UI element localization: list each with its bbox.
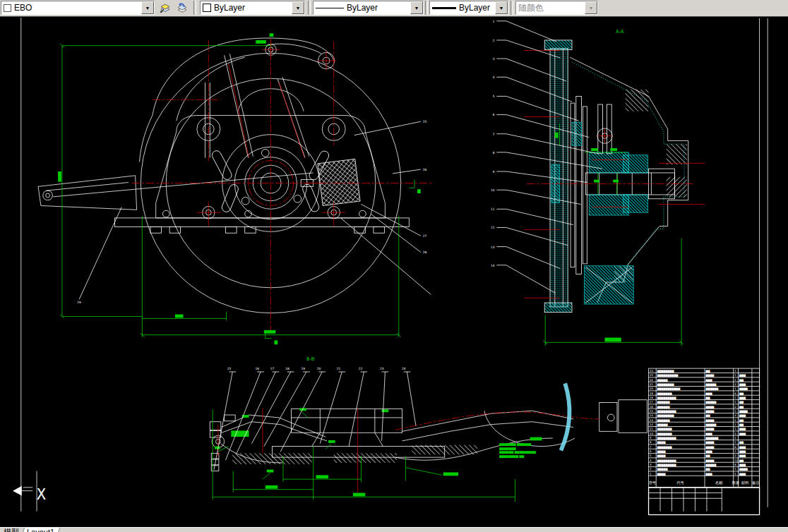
svg-text:9: 9 bbox=[650, 436, 652, 440]
svg-text:28: 28 bbox=[423, 250, 427, 254]
svg-text:1: 1 bbox=[734, 387, 736, 390]
svg-text:▆▆▆: ▆▆▆ bbox=[739, 463, 746, 466]
svg-text:▆▆▆: ▆▆▆ bbox=[705, 392, 712, 395]
svg-text:▆▆▆: ▆▆▆ bbox=[705, 378, 712, 382]
svg-text:▆▆▆: ▆▆▆ bbox=[739, 373, 746, 377]
svg-text:▆▆▆▆: ▆▆▆▆ bbox=[705, 405, 714, 409]
svg-text:17: 17 bbox=[650, 400, 653, 404]
svg-text:▆▆▆▆▆▆: ▆▆▆▆▆▆ bbox=[657, 400, 670, 404]
make-object-layer-current-button[interactable] bbox=[157, 1, 173, 15]
svg-text:24: 24 bbox=[402, 367, 406, 370]
tab-model[interactable]: 模型 bbox=[0, 528, 23, 532]
svg-text:12: 12 bbox=[734, 459, 738, 462]
tab-model-label: 模型 bbox=[4, 528, 19, 532]
svg-text:2: 2 bbox=[734, 432, 736, 435]
dropdown-arrow-icon[interactable]: ▼ bbox=[292, 1, 304, 14]
svg-text:▆▆: ▆▆ bbox=[705, 396, 710, 399]
svg-text:▆▆▆▆▆: ▆▆▆▆▆ bbox=[705, 400, 716, 404]
svg-text:2: 2 bbox=[734, 454, 736, 457]
svg-text:▆▆▆▆: ▆▆▆▆ bbox=[705, 459, 714, 462]
svg-text:▆▆▆▆: ▆▆▆▆ bbox=[705, 445, 714, 449]
svg-text:▆▆▆▆: ▆▆▆▆ bbox=[705, 409, 714, 413]
section-label: A-A bbox=[616, 29, 624, 35]
svg-text:▆▆▆: ▆▆▆ bbox=[739, 382, 746, 386]
svg-text:15: 15 bbox=[650, 409, 653, 413]
svg-text:2: 2 bbox=[650, 467, 652, 471]
svg-text:▆▆: ▆▆ bbox=[739, 392, 744, 395]
svg-text:24: 24 bbox=[650, 369, 653, 373]
dropdown-arrow-icon[interactable]: ▼ bbox=[410, 1, 423, 14]
svg-text:19: 19 bbox=[650, 392, 653, 395]
svg-text:▆▆▆▆: ▆▆▆▆ bbox=[705, 440, 714, 444]
svg-text:1: 1 bbox=[493, 20, 495, 23]
linetype-dropdown[interactable]: ByLayer ▼ bbox=[313, 1, 424, 15]
svg-text:11: 11 bbox=[491, 207, 495, 211]
svg-text:21: 21 bbox=[650, 382, 653, 386]
lineweight-dropdown[interactable]: ByLayer ▼ bbox=[429, 1, 508, 15]
svg-text:23: 23 bbox=[650, 373, 653, 377]
section-label: B-B bbox=[306, 356, 315, 362]
drawing-canvas[interactable]: A-A bbox=[0, 16, 788, 527]
svg-text:18: 18 bbox=[650, 396, 653, 399]
svg-text:▆▆▆▆: ▆▆▆▆ bbox=[657, 449, 666, 453]
parts-table: 24▆▆▆▆▆▆▆▆▆▆123▆▆▆▆▆▆▆▆▆▆▆▆▆▆1▆▆▆22▆▆▆▆▆… bbox=[649, 368, 760, 514]
linetype-sample-icon bbox=[316, 8, 344, 8]
svg-text:2: 2 bbox=[734, 382, 736, 386]
layer-dropdown[interactable]: EBO ▼ bbox=[1, 1, 155, 15]
svg-text:4: 4 bbox=[493, 75, 495, 79]
svg-text:27: 27 bbox=[423, 234, 427, 238]
layer-previous-icon bbox=[175, 1, 189, 15]
ucs-x-label: X bbox=[37, 485, 46, 503]
svg-text:材料: 材料 bbox=[741, 480, 749, 485]
svg-text:▆▆: ▆▆ bbox=[705, 413, 710, 417]
toolbar-separator bbox=[308, 1, 311, 15]
layer-value: EBO bbox=[14, 3, 32, 13]
svg-text:▆▆▆: ▆▆▆ bbox=[739, 472, 746, 476]
svg-text:2: 2 bbox=[734, 405, 736, 409]
leader-lines: 1234567891011121314151617181920212223242… bbox=[77, 20, 602, 470]
svg-text:▆▆▆▆▆▆▆▆▆▆: ▆▆▆▆▆▆▆▆▆▆ bbox=[657, 373, 679, 377]
svg-text:14: 14 bbox=[650, 413, 653, 417]
svg-text:▆▆▆▆▆▆▆▆▆: ▆▆▆▆▆▆▆▆▆ bbox=[657, 436, 676, 440]
svg-text:6: 6 bbox=[493, 114, 495, 117]
svg-text:13: 13 bbox=[650, 418, 653, 422]
svg-text:▆▆▆▆▆▆▆▆▆▆▆: ▆▆▆▆▆▆▆▆▆▆▆ bbox=[657, 387, 681, 390]
front-view bbox=[38, 33, 433, 344]
svg-text:▆▆▆▆: ▆▆▆▆ bbox=[739, 409, 748, 413]
plotstyle-value: 随颜色 bbox=[518, 2, 544, 14]
notes-title: ▆▆▆▆ bbox=[530, 436, 542, 441]
dropdown-arrow-icon[interactable]: ▼ bbox=[495, 1, 508, 14]
svg-text:12: 12 bbox=[491, 226, 495, 229]
layer-previous-button[interactable] bbox=[174, 1, 190, 15]
dropdown-arrow-icon: ▼ bbox=[585, 1, 597, 14]
lineweight-sample-icon bbox=[432, 7, 456, 9]
svg-text:▆▆▆▆▆▆▆▆▆: ▆▆▆▆▆▆▆▆▆ bbox=[657, 396, 676, 399]
dropdown-arrow-icon[interactable]: ▼ bbox=[141, 1, 154, 14]
svg-text:▆▆▆: ▆▆▆ bbox=[739, 396, 746, 399]
svg-text:▆▆: ▆▆ bbox=[739, 405, 744, 409]
svg-text:1: 1 bbox=[734, 423, 736, 426]
svg-text:10: 10 bbox=[650, 432, 653, 435]
svg-text:▆▆: ▆▆ bbox=[705, 369, 710, 373]
bottom-section-view: B-B bbox=[210, 356, 647, 502]
svg-text:1: 1 bbox=[650, 472, 652, 476]
svg-text:25: 25 bbox=[423, 120, 427, 123]
svg-text:▆▆▆▆: ▆▆▆▆ bbox=[657, 440, 666, 444]
svg-text:3: 3 bbox=[493, 57, 495, 61]
svg-text:4: 4 bbox=[650, 459, 652, 462]
svg-text:▆▆▆▆▆▆: ▆▆▆▆▆▆ bbox=[705, 387, 718, 390]
svg-text:▆▆: ▆▆ bbox=[705, 467, 710, 471]
svg-text:12: 12 bbox=[650, 423, 653, 426]
svg-text:16: 16 bbox=[650, 405, 653, 409]
svg-text:17: 17 bbox=[270, 367, 275, 370]
svg-text:3: 3 bbox=[650, 463, 652, 466]
linetype-value: ByLayer bbox=[347, 3, 378, 13]
tab-layout1[interactable]: Layout1 bbox=[21, 528, 60, 532]
svg-text:6: 6 bbox=[734, 463, 736, 466]
svg-text:▆▆▆: ▆▆▆ bbox=[739, 449, 746, 453]
color-dropdown[interactable]: ByLayer ▼ bbox=[200, 1, 305, 15]
svg-text:▆▆▆▆▆: ▆▆▆▆▆ bbox=[705, 423, 716, 426]
svg-text:21: 21 bbox=[337, 367, 341, 370]
svg-text:5: 5 bbox=[650, 454, 652, 457]
svg-text:1: 1 bbox=[734, 472, 736, 476]
